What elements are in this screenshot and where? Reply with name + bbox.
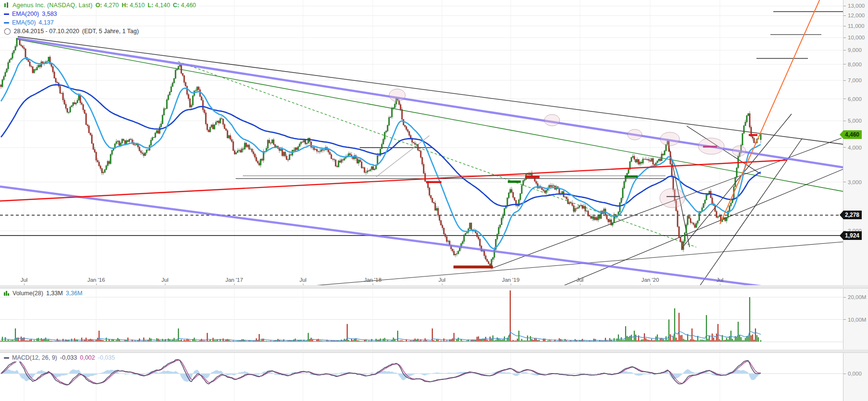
x-axis-label: Jul [300, 277, 307, 283]
last-price-badge: 4,460 [843, 130, 862, 139]
x-axis-label: Jan '16 [88, 277, 105, 283]
macd-hist-value: -0,035 [98, 354, 115, 361]
x-axis-label: Jan '20 [642, 277, 659, 283]
x-axis-label: Jan '19 [502, 277, 520, 283]
volume-chart-canvas[interactable] [0, 288, 843, 350]
y-axis-label: 0,000 [843, 371, 862, 376]
y-axis-label: 6,000 [843, 96, 862, 102]
macd-legend-row[interactable]: MACD(12, 26, 9) -0,033 0,002 -0,035 [2, 354, 118, 362]
ema50-line-icon [4, 22, 9, 24]
level-badge-2278: 2,278 [843, 211, 862, 219]
close-value: 4,460 [181, 2, 196, 9]
open-label: O: [95, 2, 102, 9]
low-label: L: [148, 2, 153, 9]
close-label: C: [173, 2, 179, 9]
y-axis-label: 20,00M [843, 294, 866, 300]
y-axis-label: 11,000 [843, 23, 864, 29]
ema200-legend-row[interactable]: EMA(200) 3,583 [2, 10, 60, 18]
x-axis-label: Jul [162, 277, 169, 283]
level-badge-1924: 1,924 [843, 231, 862, 240]
ema50-legend-row[interactable]: EMA(50) 4,137 [2, 19, 57, 26]
panel-separator-2[interactable] [0, 350, 868, 353]
volume-ma-value: 3,36M [66, 290, 83, 297]
x-axis-label: Jul [439, 277, 446, 283]
date-range-settings: (EDT, 5 Jahre, 1 Tag) [82, 28, 139, 35]
y-axis-label: 3,000 [843, 179, 862, 185]
price-panel[interactable]: Agenus Inc. (NASDAQ, Last) O: 4,270 H: 4… [0, 0, 843, 288]
y-axis-label: 10,00M [843, 317, 866, 323]
ema200-line-icon [4, 13, 9, 15]
chart-application: Agenus Inc. (NASDAQ, Last) O: 4,270 H: 4… [0, 0, 868, 401]
panel-separator[interactable] [0, 285, 868, 288]
macd-panel[interactable]: MACD(12, 26, 9) -0,033 0,002 -0,035 [0, 352, 843, 401]
price-axis-gutter[interactable]: 4,460 2,278 1,924 13,00012,00011,00010,0… [843, 0, 868, 401]
volume-current-value: 1,33M [46, 290, 63, 297]
high-label: H: [122, 2, 128, 9]
date-range-row: ◯︎ 28.04.2015 - 07.10.2020 (EDT, 5 Jahre… [2, 27, 142, 35]
macd-legend: MACD(12, 26, 9) -0,033 0,002 -0,035 [2, 354, 118, 363]
volume-panel[interactable]: Volume(28) 1,33M 3,36M [0, 288, 843, 350]
y-axis-label: 10,000 [843, 35, 865, 40]
ema200-value: 3,583 [42, 11, 57, 17]
volume-bars-icon [4, 290, 10, 296]
macd-signal-value: 0,002 [80, 354, 95, 361]
ema50-value: 4,137 [38, 19, 53, 26]
macd-label: MACD(12, 26, 9) [12, 354, 57, 361]
symbol-legend-row[interactable]: Agenus Inc. (NASDAQ, Last) O: 4,270 H: 4… [2, 1, 199, 9]
macd-chart-canvas[interactable] [0, 352, 843, 401]
x-axis-label: Jul [577, 277, 584, 283]
x-axis-label: Jul [21, 277, 28, 283]
price-legend: Agenus Inc. (NASDAQ, Last) O: 4,270 H: 4… [2, 1, 199, 36]
x-axis-label: Jan '18 [364, 277, 382, 283]
date-range-value: 28.04.2015 - 07.10.2020 [14, 28, 79, 35]
high-value: 4,510 [130, 2, 145, 9]
candlestick-icon [4, 2, 10, 8]
price-chart-canvas[interactable] [0, 0, 843, 288]
y-axis-label: 8,000 [843, 62, 862, 67]
y-axis-label: 12,000 [843, 13, 865, 18]
x-axis-label: Jan '17 [226, 277, 243, 283]
y-axis-label: 13,000 [843, 3, 865, 9]
volume-label: Volume(28) [13, 290, 43, 297]
volume-legend-row[interactable]: Volume(28) 1,33M 3,36M [2, 289, 85, 297]
ema50-label: EMA(50) [12, 19, 36, 26]
y-axis-label: 9,000 [843, 47, 862, 53]
clock-icon: ◯︎ [4, 28, 11, 34]
macd-value: -0,033 [60, 354, 77, 361]
y-axis-label: 7,000 [843, 77, 862, 83]
open-value: 4,270 [104, 2, 119, 9]
volume-legend: Volume(28) 1,33M 3,36M [2, 289, 85, 298]
y-axis-label: 5,000 [843, 118, 862, 124]
x-axis-label: Jul [717, 277, 724, 283]
ema200-label: EMA(200) [12, 11, 39, 17]
low-value: 4,140 [155, 2, 170, 9]
symbol-label: Agenus Inc. (NASDAQ, Last) [13, 2, 92, 9]
macd-line-icon [4, 357, 9, 359]
y-axis-label: 4,000 [843, 145, 862, 150]
